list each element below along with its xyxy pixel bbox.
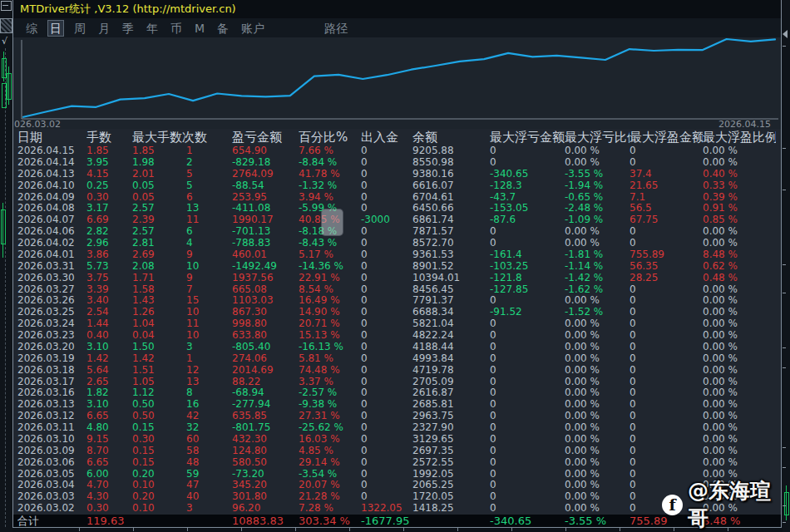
table-row[interactable]: 2026.03.241.441.0411998.8020.71 %05821.0…: [13, 318, 781, 330]
table-cell: 2026.04.10: [17, 180, 86, 192]
header-cell: 最大浮盈比例: [703, 130, 776, 145]
table-row[interactable]: 2026.03.273.391.587665.088.54 %08456.45-…: [13, 284, 781, 296]
menu-item-1[interactable]: 综: [24, 21, 39, 36]
menu-item-9[interactable]: 备: [215, 21, 230, 36]
table-cell: 58: [186, 446, 232, 457]
table-header: 日期手数最大手数次数盈亏金额百分比%出入金余额最大浮亏金额最大浮亏比例最大浮盈金…: [13, 129, 781, 145]
table-row[interactable]: 2026.04.076.692.39111990.1740.85 %-30006…: [13, 214, 781, 226]
table-row[interactable]: 2026.03.161.821.128-68.94-2.57 %02616.87…: [13, 387, 781, 399]
table-cell: -0.65 %: [565, 192, 630, 204]
table-cell: 0: [630, 157, 703, 169]
table-row[interactable]: 2026.03.109.150.3060432.3016.03 %03129.6…: [13, 434, 781, 446]
table-cell: 0.00 %: [565, 469, 630, 480]
table-cell: 2616.87: [412, 387, 490, 399]
table-cell: 2026.04.09: [17, 192, 86, 204]
table-cell: 3.86: [86, 249, 132, 261]
header-cell: 余额: [412, 130, 490, 145]
table-row[interactable]: 2026.03.133.100.5016-277.94-9.38 %02685.…: [13, 399, 781, 411]
table-cell: 2327.90: [412, 422, 490, 434]
table-row[interactable]: 2026.04.083.172.5713-411.08-5.99 %06450.…: [13, 203, 781, 214]
table-cell: 0.00 %: [565, 353, 630, 365]
candlestick-icon: [7, 73, 12, 100]
table-cell: 0: [630, 318, 703, 330]
table-row[interactable]: 2026.03.263.401.43151103.0316.49 %07791.…: [13, 295, 781, 307]
menu-item-4[interactable]: 月: [96, 21, 111, 36]
table-row[interactable]: 2026.04.013.862.699460.015.17 %09361.53-…: [13, 249, 781, 261]
table-row[interactable]: 2026.03.303.751.7191937.5622.91 %010394.…: [13, 273, 781, 284]
table-cell: 10: [186, 330, 232, 342]
table-row[interactable]: 2026.04.090.300.056253.953.94 %06704.61-…: [13, 192, 781, 204]
table-row[interactable]: 2026.04.151.851.851654.907.66 %09205.880…: [13, 145, 781, 157]
table-cell: 0: [361, 365, 412, 377]
table-cell: 9.15: [86, 434, 132, 446]
table-row[interactable]: 2026.04.022.962.814-788.83-8.43 %08572.7…: [13, 238, 781, 249]
table-cell: 432.30: [232, 434, 299, 446]
table-cell: 4.85 %: [299, 446, 361, 457]
table-cell: 2.01: [132, 169, 186, 180]
menu-item-3[interactable]: 周: [72, 21, 87, 36]
table-cell: 0: [361, 446, 412, 457]
table-cell: 67.75: [630, 214, 703, 226]
menu-item-7[interactable]: 币: [169, 21, 184, 36]
table-cell: 2026.03.09: [17, 446, 86, 457]
table-row[interactable]: 2026.03.172.651.051388.223.37 %02705.090…: [13, 377, 781, 388]
table-row[interactable]: 2026.03.252.541.2610867.3014.90 %06688.3…: [13, 307, 781, 318]
table-row[interactable]: 2026.04.062.822.576-701.13-8.18 %07871.5…: [13, 226, 781, 238]
table-cell: 6450.66: [412, 203, 490, 214]
table-row[interactable]: 2026.04.100.250.055-88.54-1.32 %06616.07…: [13, 180, 781, 192]
table-row[interactable]: 2026.04.143.951.982-829.18-8.84 %08550.9…: [13, 157, 781, 169]
table-row[interactable]: 2026.03.203.101.503-805.40-16.13 %04188.…: [13, 342, 781, 353]
table-cell: 2.82: [86, 226, 132, 238]
table-cell: 2.65: [86, 377, 132, 388]
table-cell: 0: [361, 342, 412, 353]
menu-item-10[interactable]: 账户: [239, 21, 266, 36]
time-axis-tick: [511, 528, 512, 531]
menu-item-2[interactable]: 日: [48, 21, 63, 36]
window-titlebar[interactable]: MTDriver统计 ,V3.12 (http://mtdriver.cn): [13, 0, 781, 18]
table-cell: -3.54 %: [299, 469, 361, 480]
menu-item-5[interactable]: 季: [121, 21, 136, 36]
header-cell: 手数: [86, 130, 132, 145]
table-row[interactable]: 2026.03.185.641.51122014.6974.48 %04719.…: [13, 365, 781, 377]
menu-item-6[interactable]: 年: [145, 21, 160, 36]
table-cell: 88.22: [232, 377, 299, 388]
table-cell: 2: [186, 157, 232, 169]
table-cell: 2026.03.26: [17, 295, 86, 307]
table-cell: 1992.05: [412, 469, 490, 480]
table-cell: 29.14 %: [299, 457, 361, 469]
table-row[interactable]: 2026.03.315.732.0810-1492.49-14.36 %0890…: [13, 261, 781, 273]
table-cell: 2026.04.02: [17, 238, 86, 249]
table-cell: 37.4: [630, 169, 703, 180]
table-cell: 0.00 %: [703, 284, 776, 296]
menu-item-path[interactable]: 路径: [323, 21, 349, 36]
table-cell: 2026.04.14: [17, 157, 86, 169]
menu-item-8[interactable]: M: [193, 21, 206, 36]
table-cell: -68.94: [232, 387, 299, 399]
table-cell: 21.65: [630, 180, 703, 192]
scale-tick: [783, 447, 786, 448]
table-cell: 0.10: [132, 503, 186, 515]
table-row[interactable]: 2026.03.126.650.5042635.8527.31 %02963.7…: [13, 411, 781, 422]
table-cell: 5: [186, 180, 232, 192]
table-cell: 1.42: [132, 353, 186, 365]
table-cell: 22.91 %: [299, 273, 361, 284]
table-cell: 2026.03.27: [17, 284, 86, 296]
table-row[interactable]: 2026.04.134.152.0152764.0941.78 %09380.1…: [13, 169, 781, 180]
table-row[interactable]: 2026.03.191.421.421274.065.81 %04993.840…: [13, 353, 781, 365]
table-cell: 47: [186, 480, 232, 491]
table-cell: 2026.04.15: [17, 145, 86, 157]
table-row[interactable]: 2026.03.230.400.0410633.8015.13 %04822.2…: [13, 330, 781, 342]
table-row[interactable]: 2026.03.114.800.1532-801.75-25.62 %02327…: [13, 422, 781, 434]
candle-wick: [3, 52, 4, 81]
table-row[interactable]: 2026.03.066.650.1548580.5029.14 %02572.5…: [13, 457, 781, 469]
menu-bar: 综日周月季年币M备账户路径: [13, 18, 781, 37]
table-cell: 1720.05: [412, 491, 490, 503]
table-row[interactable]: 2026.03.098.700.1558124.804.85 %02697.35…: [13, 446, 781, 457]
table-cell: 0: [361, 192, 412, 204]
table-cell: 460.01: [232, 249, 299, 261]
table-cell: 0.48 %: [703, 273, 776, 284]
table-cell: 0: [630, 238, 703, 249]
table-cell: 2026.04.01: [17, 249, 86, 261]
table-cell: 2026.03.23: [17, 330, 86, 342]
table-cell: 10394.01: [412, 273, 490, 284]
